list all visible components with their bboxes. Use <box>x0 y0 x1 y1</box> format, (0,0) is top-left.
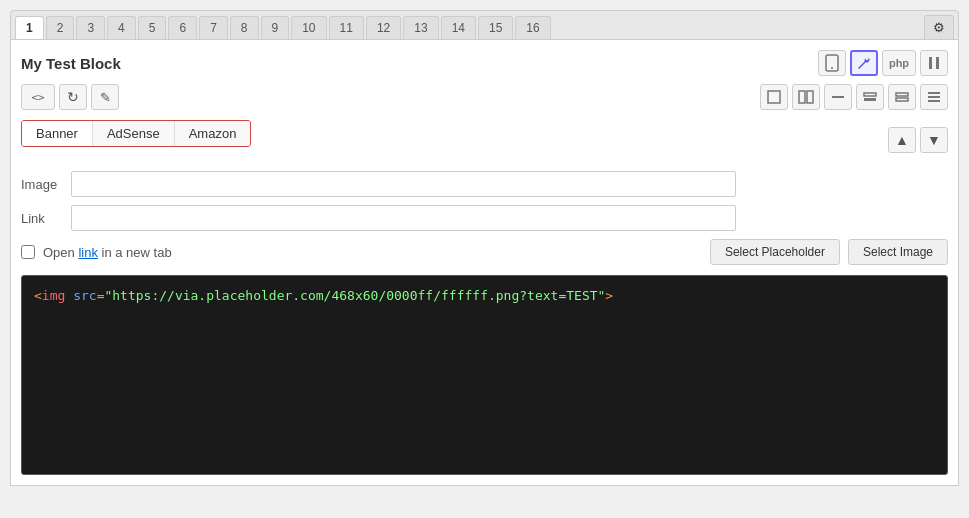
tab-1[interactable]: 1 <box>15 16 44 39</box>
pause-icon-btn[interactable] <box>920 50 948 76</box>
tab-5[interactable]: 5 <box>138 16 167 39</box>
edit-btn[interactable]: ✎ <box>91 84 119 110</box>
layout-hbar1-btn[interactable] <box>824 84 852 110</box>
header-icons: php <box>818 50 948 76</box>
svg-rect-6 <box>807 91 813 103</box>
toolbar-right <box>760 84 948 110</box>
svg-rect-4 <box>768 91 780 103</box>
select-image-button[interactable]: Select Image <box>848 239 948 265</box>
tab-9[interactable]: 9 <box>261 16 290 39</box>
block-title: My Test Block <box>21 55 121 72</box>
tab-2[interactable]: 2 <box>46 16 75 39</box>
svg-rect-8 <box>864 93 876 96</box>
sub-tab-amazon[interactable]: Amazon <box>175 121 251 146</box>
sub-tab-bar: Banner AdSense Amazon <box>21 120 251 147</box>
link-row: Link <box>21 205 948 231</box>
code-tag-img: img <box>42 288 65 303</box>
layout-single-icon <box>767 90 781 104</box>
tab-gear[interactable]: ⚙ <box>924 15 954 39</box>
svg-point-1 <box>831 67 833 69</box>
layout-hbar2-icon <box>863 91 877 103</box>
code-icon: <> <box>31 91 44 104</box>
checkbox-btns-row: Open link in a new tab Select Placeholde… <box>21 239 948 265</box>
svg-rect-13 <box>928 96 940 98</box>
code-open-bracket: < <box>34 288 42 303</box>
svg-rect-11 <box>896 98 908 101</box>
layout-hbar1-icon <box>831 92 845 102</box>
tab-bar: 1 2 3 4 5 6 7 8 9 10 11 12 13 14 15 16 ⚙ <box>10 10 959 40</box>
layout-list-icon <box>927 91 941 103</box>
header-row: My Test Block php <box>21 50 948 76</box>
svg-rect-12 <box>928 92 940 94</box>
layout-hbar2-btn[interactable] <box>856 84 884 110</box>
link-text[interactable]: link <box>78 245 98 260</box>
image-row: Image <box>21 171 948 197</box>
refresh-btn[interactable]: ↻ <box>59 84 87 110</box>
tool-icon-btn[interactable] <box>850 50 878 76</box>
main-container: 1 2 3 4 5 6 7 8 9 10 11 12 13 14 15 16 ⚙… <box>0 0 969 518</box>
toolbar-row: <> ↻ ✎ <box>21 84 948 110</box>
layout-list-btn[interactable] <box>920 84 948 110</box>
mobile-icon <box>825 54 839 72</box>
arrow-up-btn[interactable]: ▲ <box>888 127 916 153</box>
code-val-src: "https://via.placeholder.com/468x60/0000… <box>104 288 605 303</box>
pause-icon <box>928 56 940 70</box>
main-panel: My Test Block php <box>10 40 959 486</box>
svg-rect-2 <box>929 57 932 69</box>
tab-11[interactable]: 11 <box>329 16 364 39</box>
wrench-icon <box>856 55 872 71</box>
image-label: Image <box>21 177 71 192</box>
refresh-icon: ↻ <box>67 89 79 105</box>
mobile-icon-btn[interactable] <box>818 50 846 76</box>
arrow-down-btn[interactable]: ▼ <box>920 127 948 153</box>
svg-rect-9 <box>864 98 876 101</box>
tab-3[interactable]: 3 <box>76 16 105 39</box>
layout-double-icon <box>798 90 814 104</box>
code-toggle-btn[interactable]: <> <box>21 84 55 110</box>
layout-double-btn[interactable] <box>792 84 820 110</box>
sub-tab-container: Banner AdSense Amazon ▲ ▼ <box>21 120 948 159</box>
svg-rect-14 <box>928 100 940 102</box>
sub-tab-adsense[interactable]: AdSense <box>93 121 175 146</box>
svg-rect-7 <box>832 96 844 98</box>
layout-single-btn[interactable] <box>760 84 788 110</box>
tab-16[interactable]: 16 <box>515 16 550 39</box>
tab-7[interactable]: 7 <box>199 16 228 39</box>
tab-12[interactable]: 12 <box>366 16 401 39</box>
php-icon-btn[interactable]: php <box>882 50 916 76</box>
new-tab-checkbox[interactable] <box>21 245 35 259</box>
checkbox-label: Open link in a new tab <box>43 245 172 260</box>
svg-rect-5 <box>799 91 805 103</box>
select-placeholder-button[interactable]: Select Placeholder <box>710 239 840 265</box>
edit-icon: ✎ <box>100 90 111 105</box>
code-close-bracket: > <box>605 288 613 303</box>
tab-14[interactable]: 14 <box>441 16 476 39</box>
code-block: <img src="https://via.placeholder.com/46… <box>21 275 948 475</box>
svg-rect-10 <box>896 93 908 96</box>
tab-8[interactable]: 8 <box>230 16 259 39</box>
link-label: Link <box>21 211 71 226</box>
tab-13[interactable]: 13 <box>403 16 438 39</box>
tab-6[interactable]: 6 <box>168 16 197 39</box>
tab-15[interactable]: 15 <box>478 16 513 39</box>
svg-rect-3 <box>936 57 939 69</box>
link-input[interactable] <box>71 205 736 231</box>
image-input[interactable] <box>71 171 736 197</box>
tab-4[interactable]: 4 <box>107 16 136 39</box>
code-attr-src: src <box>73 288 96 303</box>
layout-hbar3-btn[interactable] <box>888 84 916 110</box>
tab-10[interactable]: 10 <box>291 16 326 39</box>
sub-tab-banner[interactable]: Banner <box>22 121 93 146</box>
layout-hbar3-icon <box>895 91 909 103</box>
arrow-btns: ▲ ▼ <box>888 127 948 153</box>
